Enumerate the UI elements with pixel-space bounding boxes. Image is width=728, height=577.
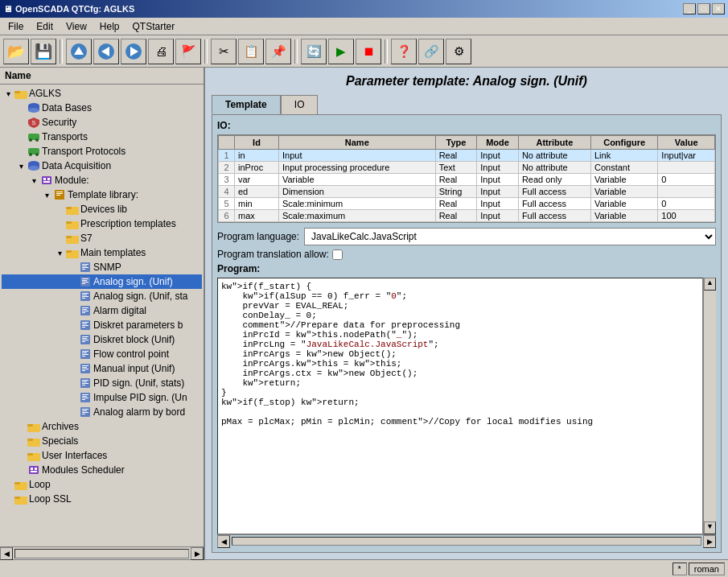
tree-item-databases[interactable]: Data Bases bbox=[2, 101, 202, 115]
tree-expander-module[interactable]: ▾ bbox=[27, 176, 40, 185]
program-translation-checkbox[interactable] bbox=[332, 249, 343, 260]
toolbar-paste[interactable]: 📌 bbox=[265, 39, 291, 64]
tree-label-analog-sign-unif: Analog sign. (Unif) bbox=[93, 276, 173, 287]
tree-item-transports[interactable]: Transports bbox=[2, 130, 202, 144]
tree-icon-modules-scheduler bbox=[27, 464, 40, 476]
tree-item-modules-scheduler[interactable]: Modules Scheduler bbox=[2, 463, 202, 477]
menu-qtstarter[interactable]: QTStarter bbox=[126, 19, 182, 34]
table-row[interactable]: 4edDimensionStringInputFull accessVariab… bbox=[219, 186, 715, 198]
toolbar-back[interactable] bbox=[93, 39, 119, 64]
tree-item-module[interactable]: ▾Module: bbox=[2, 173, 202, 188]
tree-icon-devices-lib bbox=[66, 203, 79, 216]
tree-view[interactable]: ▾AGLKS Data Bases SSecurity Transports T… bbox=[0, 84, 204, 546]
tree-expander-data-acquisition[interactable]: ▾ bbox=[14, 162, 27, 171]
tree-item-diskret-params-b[interactable]: Diskret parameters b bbox=[2, 318, 202, 332]
tab-io[interactable]: IO bbox=[281, 95, 319, 114]
toolbar-settings[interactable]: ⚙ bbox=[446, 39, 471, 64]
svg-rect-27 bbox=[56, 193, 63, 194]
tree-item-aglks[interactable]: ▾AGLKS bbox=[2, 86, 202, 101]
svg-rect-101 bbox=[31, 471, 37, 472]
toolbar-up[interactable] bbox=[66, 39, 92, 64]
program-language-select[interactable]: JavaLikeCalc.JavaScript bbox=[304, 228, 716, 245]
table-cell-4: Input bbox=[477, 186, 519, 198]
tree-item-specials[interactable]: Specials bbox=[2, 434, 202, 448]
tree-item-flow-control-point[interactable]: Flow control point bbox=[2, 347, 202, 361]
svg-rect-21 bbox=[42, 176, 51, 184]
tree-icon-pid-sign-unif-stats bbox=[79, 377, 92, 389]
tab-template[interactable]: Template bbox=[212, 95, 281, 114]
menu-view[interactable]: View bbox=[60, 19, 93, 34]
tree-item-manual-input-unif[interactable]: Manual input (Unif) bbox=[2, 361, 202, 376]
tree-item-loop-ssl[interactable]: Loop SSL bbox=[2, 492, 202, 506]
svg-point-17 bbox=[35, 153, 39, 156]
toolbar-cut[interactable]: ✂ bbox=[211, 39, 236, 64]
table-row[interactable]: 3varVariableRealInputRead onlyVariable0 bbox=[219, 174, 715, 186]
vscroll-down[interactable]: ▼ bbox=[704, 521, 716, 534]
tree-item-devices-lib[interactable]: Devices lib bbox=[2, 202, 202, 216]
code-hscroll-track[interactable] bbox=[232, 537, 701, 546]
hscroll-left-arrow[interactable]: ◀ bbox=[0, 547, 13, 560]
svg-rect-79 bbox=[82, 381, 87, 382]
toolbar-sep3 bbox=[294, 39, 298, 64]
toolbar-flag[interactable]: 🚩 bbox=[175, 39, 201, 64]
titlebar-buttons: _ □ ✕ bbox=[683, 3, 725, 14]
toolbar-run[interactable]: ▶ bbox=[328, 39, 354, 64]
table-row[interactable]: 6maxScale:maximumRealInputFull accessVar… bbox=[219, 210, 715, 222]
tree-item-alarm-digital[interactable]: Alarm digital bbox=[2, 303, 202, 318]
toolbar-stop[interactable]: ⏹ bbox=[356, 39, 381, 64]
tree-expander-main-templates[interactable]: ▾ bbox=[53, 249, 66, 258]
tree-item-template-library[interactable]: ▾Template library: bbox=[2, 188, 202, 202]
tree-item-analog-sign-unif[interactable]: Analog sign. (Unif) bbox=[2, 274, 202, 289]
table-row[interactable]: 1inInputRealInputNo attributeLinkInput|v… bbox=[219, 150, 715, 162]
hscroll-track[interactable] bbox=[14, 549, 189, 558]
maximize-button[interactable]: □ bbox=[697, 3, 710, 14]
tree-item-main-templates[interactable]: ▾Main templates bbox=[2, 245, 202, 260]
table-row[interactable]: 5minScale:minimumRealInputFull accessVar… bbox=[219, 198, 715, 210]
code-editor[interactable]: kw">if(f_start) { kw">if(alSup == 0) f_e… bbox=[217, 278, 703, 534]
tree-item-analog-sign-unif-sta[interactable]: Analog sign. (Unif, sta bbox=[2, 289, 202, 303]
code-hscroll-right[interactable]: ▶ bbox=[703, 535, 716, 548]
tree-item-archives[interactable]: Archives bbox=[2, 419, 202, 434]
code-vscrollbar[interactable]: ▲ ▼ bbox=[703, 278, 716, 534]
tree-item-analog-alarm-by-bord[interactable]: Analog alarm by bord bbox=[2, 405, 202, 419]
tree-item-impulse-pid-sign-un[interactable]: Impulse PID sign. (Un bbox=[2, 390, 202, 405]
menu-file[interactable]: File bbox=[2, 19, 30, 34]
left-hscrollbar[interactable]: ◀ ▶ bbox=[0, 546, 204, 559]
vscroll-track[interactable] bbox=[704, 291, 716, 521]
minimize-button[interactable]: _ bbox=[683, 3, 696, 14]
hscroll-right-arrow[interactable]: ▶ bbox=[191, 547, 204, 560]
col-configure: Configure bbox=[590, 136, 657, 150]
tree-item-loop[interactable]: Loop bbox=[2, 477, 202, 492]
io-table-container[interactable]: Id Name Type Mode Attribute Configure Va… bbox=[217, 134, 716, 223]
tree-item-diskret-block-unif[interactable]: Diskret block (Unif) bbox=[2, 332, 202, 347]
toolbar-copy[interactable]: 📋 bbox=[238, 39, 264, 64]
close-button[interactable]: ✕ bbox=[712, 3, 725, 14]
tree-label-devices-lib: Devices lib bbox=[80, 204, 127, 215]
tree-item-user-interfaces[interactable]: User Interfaces bbox=[2, 448, 202, 463]
toolbar-forward[interactable] bbox=[121, 39, 146, 64]
toolbar-connect[interactable]: 🔗 bbox=[418, 39, 444, 64]
table-row[interactable]: 2inProcInput processing procedureTextInp… bbox=[219, 162, 715, 174]
tree-item-pid-sign-unif-stats[interactable]: PID sign. (Unif, stats) bbox=[2, 376, 202, 390]
tree-item-transport-protocols[interactable]: Transport Protocols bbox=[2, 144, 202, 159]
tree-item-prescription[interactable]: Prescription templates bbox=[2, 216, 202, 231]
toolbar-help[interactable]: ❓ bbox=[391, 39, 417, 64]
svg-rect-36 bbox=[66, 250, 72, 253]
tree-item-s7[interactable]: S7 bbox=[2, 231, 202, 245]
tree-item-snmp[interactable]: SNMP bbox=[2, 260, 202, 274]
toolbar-export[interactable]: 🖨 bbox=[148, 39, 174, 64]
tree-icon-manual-input-unif bbox=[79, 362, 92, 375]
code-hscrollbar[interactable]: ◀ ▶ bbox=[217, 534, 716, 547]
menu-help[interactable]: Help bbox=[93, 19, 126, 34]
svg-rect-26 bbox=[56, 192, 63, 192]
tree-expander-template-library[interactable]: ▾ bbox=[40, 191, 53, 200]
tree-expander-aglks[interactable]: ▾ bbox=[2, 89, 14, 98]
tree-item-security[interactable]: SSecurity bbox=[2, 115, 202, 130]
toolbar-save[interactable]: 💾 bbox=[31, 39, 56, 64]
toolbar-open[interactable]: 📂 bbox=[3, 39, 29, 64]
tree-item-data-acquisition[interactable]: ▾Data Acquisition bbox=[2, 159, 202, 173]
toolbar-refresh[interactable]: 🔄 bbox=[301, 39, 327, 64]
vscroll-up[interactable]: ▲ bbox=[704, 278, 716, 291]
code-hscroll-left[interactable]: ◀ bbox=[217, 535, 230, 548]
menu-edit[interactable]: Edit bbox=[30, 19, 60, 34]
